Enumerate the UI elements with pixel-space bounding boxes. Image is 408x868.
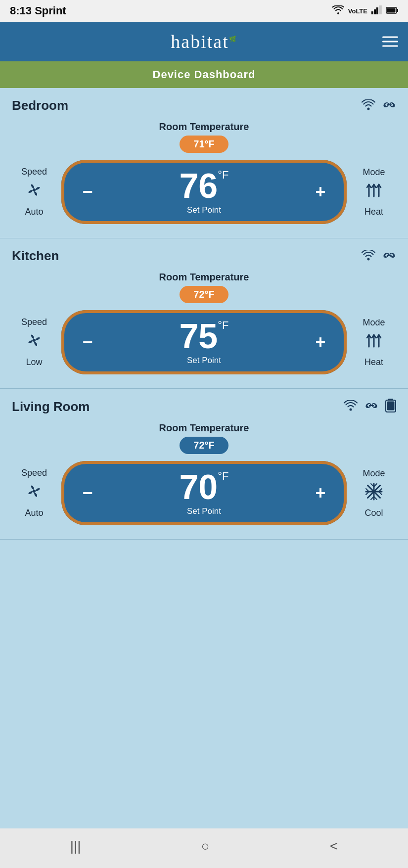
room-header-bedroom: Bedroom — [12, 98, 396, 113]
fan-icon-bedroom — [24, 180, 44, 204]
svg-rect-4 — [381, 5, 382, 14]
control-row-living-room: Speed Auto − 70 °F Set Point + — [12, 461, 396, 525]
room-temp-display-bedroom: Room Temperature 71°F — [12, 121, 396, 153]
signal-icon — [371, 5, 382, 17]
svg-point-16 — [383, 252, 389, 258]
speed-label-living-room: Speed — [21, 468, 47, 478]
link-icon — [382, 250, 396, 263]
speed-control-living-room: Speed Auto — [12, 468, 56, 518]
svg-point-17 — [389, 252, 395, 258]
setpoint-sublabel-living-room: Set Point — [187, 506, 221, 516]
room-temp-label-bedroom: Room Temperature — [12, 121, 396, 133]
room-name-bedroom: Bedroom — [12, 98, 68, 113]
menu-button[interactable] — [382, 37, 398, 47]
wifi-icon — [362, 99, 375, 112]
battery-status-icon — [386, 6, 398, 16]
room-name-kitchen: Kitchen — [12, 248, 59, 264]
svg-rect-3 — [379, 5, 381, 14]
speed-value-kitchen: Low — [26, 357, 42, 367]
menu-line-3 — [382, 46, 398, 47]
speed-control-bedroom: Speed Auto — [12, 167, 56, 217]
app-header: habitat🌿 — [0, 22, 408, 61]
svg-point-28 — [33, 490, 36, 493]
mode-value-kitchen: Heat — [364, 357, 383, 367]
room-name-living-room: Living Room — [12, 399, 90, 414]
setpoint-unit-living-room: °F — [218, 470, 228, 483]
svg-rect-0 — [371, 11, 373, 14]
setpoint-decrease-living-room[interactable]: − — [75, 483, 100, 503]
speed-label-bedroom: Speed — [21, 167, 47, 177]
svg-point-9 — [383, 102, 389, 107]
svg-point-8 — [367, 107, 370, 110]
room-header-kitchen: Kitchen — [12, 248, 396, 264]
nav-back-button[interactable]: < — [330, 838, 338, 854]
svg-point-18 — [33, 339, 36, 342]
setpoint-sublabel-bedroom: Set Point — [187, 205, 221, 215]
room-temp-label-living-room: Room Temperature — [12, 422, 396, 434]
wifi-status-icon — [332, 5, 344, 17]
wifi-icon — [362, 250, 375, 263]
speed-value-living-room: Auto — [25, 508, 43, 518]
mode-label-living-room: Mode — [363, 468, 385, 479]
svg-point-23 — [365, 403, 371, 408]
setpoint-increase-bedroom[interactable]: + — [308, 182, 333, 202]
room-section-bedroom: Bedroom Room Temperature 71°F Speed — [0, 88, 408, 238]
setpoint-unit-kitchen: °F — [218, 319, 228, 332]
room-status-icons-living-room — [344, 399, 396, 414]
setpoint-temp-kitchen: 75 — [179, 319, 218, 354]
mode-control-living-room: Mode Cool — [352, 468, 396, 518]
svg-point-22 — [350, 409, 352, 411]
bottom-nav: ||| ○ < — [0, 828, 408, 868]
room-section-kitchen: Kitchen Room Temperature 72°F Speed — [0, 238, 408, 389]
mode-icon-bedroom — [364, 181, 384, 204]
mode-label-kitchen: Mode — [363, 318, 385, 328]
wifi-icon — [344, 400, 358, 413]
setpoint-control-living-room: − 70 °F Set Point + — [61, 461, 347, 525]
volte-icon: VoLTE — [348, 7, 367, 15]
nav-home-button[interactable]: ○ — [201, 838, 210, 854]
room-status-icons-bedroom — [362, 99, 396, 112]
status-icons: VoLTE — [332, 5, 398, 17]
rooms-container: Bedroom Room Temperature 71°F Speed — [0, 88, 408, 540]
speed-label-kitchen: Speed — [21, 317, 47, 327]
mode-control-bedroom: Mode Heat — [352, 167, 396, 217]
svg-point-15 — [367, 258, 370, 260]
speed-value-bedroom: Auto — [25, 207, 43, 217]
status-bar: 8:13 Sprint VoLTE — [0, 0, 408, 22]
room-temp-badge-kitchen: 72°F — [180, 286, 228, 303]
setpoint-value-kitchen: 75 °F Set Point — [179, 319, 228, 365]
svg-rect-7 — [387, 8, 396, 12]
setpoint-unit-bedroom: °F — [218, 169, 228, 182]
svg-point-11 — [33, 188, 36, 191]
room-temp-badge-bedroom: 71°F — [180, 136, 228, 153]
setpoint-control-kitchen: − 75 °F Set Point + — [61, 310, 347, 374]
fan-icon-kitchen — [24, 330, 44, 354]
setpoint-decrease-bedroom[interactable]: − — [75, 182, 100, 202]
setpoint-control-bedroom: − 76 °F Set Point + — [61, 160, 347, 224]
room-status-icons-kitchen — [362, 250, 396, 263]
link-icon — [382, 99, 396, 112]
svg-rect-1 — [374, 9, 376, 14]
setpoint-decrease-kitchen[interactable]: − — [75, 332, 100, 353]
setpoint-increase-living-room[interactable]: + — [308, 483, 333, 503]
app-logo: habitat🌿 — [171, 31, 237, 52]
svg-rect-6 — [397, 9, 399, 12]
menu-line-2 — [382, 41, 398, 43]
svg-rect-2 — [376, 7, 378, 14]
setpoint-temp-living-room: 70 — [179, 470, 218, 504]
sub-header: Device Dashboard — [0, 61, 408, 88]
setpoint-increase-kitchen[interactable]: + — [308, 332, 333, 353]
status-time: 8:13 Sprint — [10, 4, 66, 17]
fan-icon-living-room — [24, 481, 44, 505]
svg-point-10 — [389, 102, 395, 107]
svg-rect-27 — [387, 402, 395, 411]
setpoint-value-bedroom: 76 °F Set Point — [179, 169, 228, 215]
mode-value-bedroom: Heat — [364, 207, 383, 217]
speed-control-kitchen: Speed Low — [12, 317, 56, 367]
setpoint-value-living-room: 70 °F Set Point — [179, 470, 228, 516]
room-temp-label-kitchen: Room Temperature — [12, 272, 396, 283]
room-temp-display-kitchen: Room Temperature 72°F — [12, 272, 396, 303]
setpoint-temp-bedroom: 76 — [179, 169, 218, 203]
nav-menu-button[interactable]: ||| — [70, 838, 81, 854]
mode-label-bedroom: Mode — [363, 167, 385, 178]
